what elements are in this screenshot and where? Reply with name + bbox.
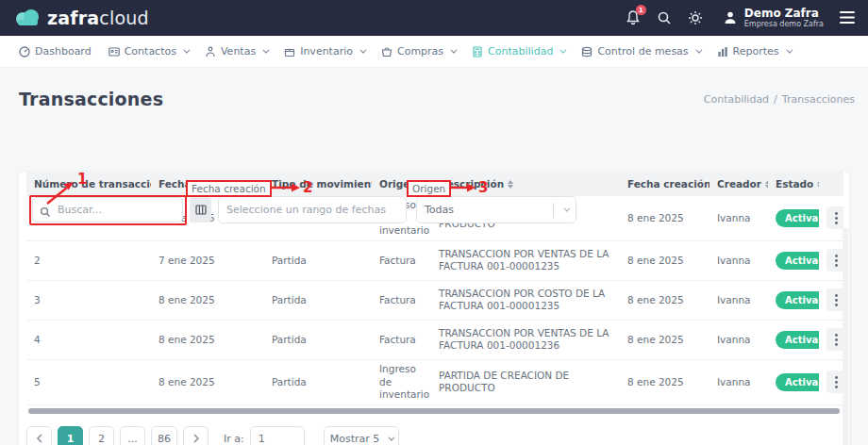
- annotation-number-1: 1: [77, 171, 87, 188]
- col-header-descripcion[interactable]: Descripción: [431, 172, 620, 196]
- user-menu[interactable]: Demo Zafra Empresa demo Zafra: [723, 8, 824, 29]
- cell-creador: Ivanna: [709, 280, 768, 320]
- sort-icon: [817, 180, 819, 189]
- tables-icon: [581, 46, 593, 58]
- cell-actions: [819, 320, 843, 359]
- cell-numero: 3: [26, 280, 151, 320]
- nav-item-dashboard[interactable]: Dashboard: [19, 45, 92, 58]
- cell-origen: Factura: [372, 320, 431, 359]
- cell-descripcion: PARTIDA DE CREACION DE PRODUCTO: [431, 359, 620, 404]
- col-header-creador[interactable]: Creador: [709, 172, 768, 196]
- table-row: 48 ene 2025PartidaFacturaTRANSACCION POR…: [26, 320, 843, 359]
- col-header-tipo[interactable]: Tipo de movimiento: [264, 172, 372, 196]
- vertical-scrollbar[interactable]: [843, 228, 848, 445]
- cell-descripcion: TRANSACCION POR COSTO DE LA FACTURA 001-…: [431, 280, 620, 320]
- dashboard-icon: [19, 46, 30, 58]
- transactions-card: 1 2 3 Fecha creación Origen Todas: [19, 172, 849, 445]
- column-settings-button[interactable]: [190, 197, 211, 222]
- user-company: Empresa demo Zafra: [744, 20, 824, 28]
- table-row: 38 ene 2025PartidaFacturaTRANSACCION POR…: [26, 280, 843, 320]
- page-button-1[interactable]: 1: [58, 426, 83, 445]
- goto-page-label: Ir a:: [224, 433, 244, 445]
- chevron-down-icon: [263, 47, 270, 54]
- chevron-down-icon: [563, 206, 570, 212]
- breadcrumb-parent[interactable]: Contabilidad: [704, 93, 769, 106]
- chevron-down-icon: [359, 47, 366, 54]
- chevron-down-icon: [786, 47, 793, 54]
- horizontal-scrollbar[interactable]: [28, 408, 840, 414]
- accounting-icon: [472, 46, 483, 58]
- kebab-icon: [835, 294, 838, 306]
- chevron-down-icon: [560, 47, 567, 54]
- table-row: 27 ene 2025PartidaFacturaTRANSACCION POR…: [26, 240, 843, 280]
- row-actions-button[interactable]: [826, 371, 843, 393]
- row-actions-button[interactable]: [826, 249, 843, 272]
- nav-item-ventas[interactable]: Ventas: [205, 45, 267, 58]
- cell-fecha_creacion: 8 ene 2025: [620, 320, 709, 359]
- date-filter-label: Fecha creación: [186, 180, 272, 197]
- chevron-down-icon: [389, 434, 395, 440]
- cell-origen: Factura: [372, 240, 431, 280]
- breadcrumb-current: Transacciones: [782, 93, 855, 106]
- cell-fecha_transaccion: 8 ene 2025: [151, 320, 264, 359]
- goto-page-input[interactable]: [250, 426, 305, 445]
- col-header-estado[interactable]: Estado: [768, 172, 819, 196]
- theme-toggle-icon[interactable]: [688, 10, 703, 25]
- row-actions-button[interactable]: [826, 288, 843, 311]
- cell-actions: [819, 240, 843, 280]
- page-button-2[interactable]: 2: [89, 426, 114, 445]
- row-actions-button[interactable]: [826, 328, 843, 351]
- col-header-numero[interactable]: Número de transacción: [26, 172, 151, 196]
- notifications-bell-icon[interactable]: 1: [626, 9, 641, 25]
- cell-numero: 2: [26, 240, 151, 280]
- hamburger-menu-icon[interactable]: [840, 11, 855, 24]
- user-name: Demo Zafra: [744, 8, 824, 21]
- page-button-86[interactable]: 86: [151, 426, 177, 445]
- col-header-actions: [819, 172, 843, 196]
- breadcrumb: Contabilidad / Transacciones: [704, 93, 855, 106]
- app-logo[interactable]: zafracloud: [13, 8, 149, 28]
- notification-count-badge: 1: [636, 5, 646, 15]
- row-actions-button[interactable]: [826, 206, 843, 229]
- sales-icon: [205, 46, 216, 58]
- cell-origen: Factura: [372, 280, 431, 320]
- search-input[interactable]: [32, 197, 183, 222]
- cell-numero: 5: [26, 359, 151, 404]
- cell-estado: Activa: [768, 359, 819, 404]
- cell-actions: [819, 196, 843, 240]
- search-icon[interactable]: [657, 10, 672, 25]
- next-page-button[interactable]: [183, 426, 209, 445]
- sort-icon: [508, 180, 513, 189]
- origin-select[interactable]: Todas: [416, 196, 576, 223]
- cell-fecha_creacion: 8 ene 2025: [620, 359, 709, 404]
- top-header: zafracloud 1: [0, 0, 868, 36]
- nav-item-compras[interactable]: Compras: [381, 45, 455, 58]
- cell-descripcion: TRANSACCION POR VENTAS DE LA FACTURA 001…: [431, 320, 620, 359]
- page-ellipsis-button[interactable]: ...: [120, 426, 145, 445]
- date-range-input[interactable]: [218, 196, 407, 223]
- nav-item-contactos[interactable]: Contactos: [108, 45, 188, 58]
- nav-item-inventario[interactable]: Inventario: [284, 45, 364, 58]
- page-size-button[interactable]: Mostrar 5: [324, 426, 400, 445]
- chevron-right-icon: [192, 434, 200, 443]
- nav-item-contabilidad[interactable]: Contabilidad: [472, 45, 564, 58]
- cloud-logo-icon: [13, 8, 42, 27]
- kebab-icon: [835, 255, 838, 267]
- status-badge: Activa: [776, 209, 819, 227]
- prev-page-button[interactable]: [26, 426, 52, 445]
- cell-estado: Activa: [768, 240, 819, 280]
- status-badge: Activa: [776, 331, 819, 349]
- chevron-left-icon: [36, 434, 43, 443]
- status-badge: Activa: [776, 373, 819, 391]
- cell-tipo: Partida: [264, 280, 372, 320]
- col-header-fecha-creacion[interactable]: Fecha creación: [620, 172, 709, 196]
- status-badge: Activa: [776, 291, 819, 309]
- chevron-down-icon: [183, 47, 190, 54]
- logo-text: zafracloud: [47, 8, 149, 28]
- cell-creador: Ivanna: [709, 320, 768, 359]
- cell-descripcion: TRANSACCION POR VENTAS DE LA FACTURA 001…: [431, 240, 620, 280]
- user-avatar-icon: [723, 10, 738, 25]
- nav-item-control-de-mesas[interactable]: Control de mesas: [581, 45, 699, 58]
- cell-tipo: Partida: [264, 320, 372, 359]
- nav-item-reportes[interactable]: Reportes: [717, 45, 791, 58]
